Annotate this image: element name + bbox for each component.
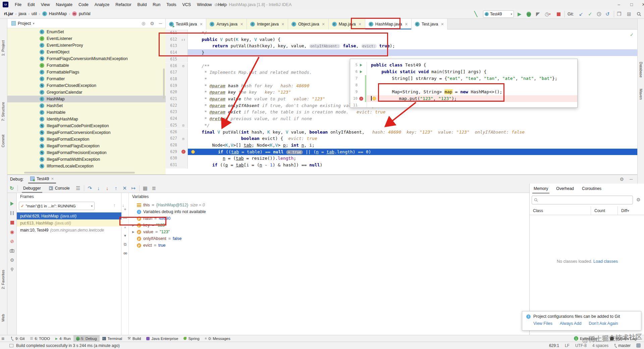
run-configuration-select[interactable]: C Test49 ▾ bbox=[483, 10, 514, 18]
gutter[interactable] bbox=[179, 109, 188, 115]
gutter[interactable] bbox=[179, 129, 188, 136]
run-anything-button[interactable]: ⊞ bbox=[627, 10, 631, 18]
gutter[interactable] bbox=[179, 155, 188, 162]
tree-item-gregoriancalendar[interactable]: CGregorianCalendar bbox=[7, 89, 166, 96]
settings-lines-icon[interactable]: ≣ bbox=[150, 185, 158, 191]
frame-row[interactable]: put:613, HashMap(java.util) bbox=[17, 219, 121, 227]
gutter[interactable] bbox=[179, 115, 188, 122]
commit-button[interactable]: ✓ bbox=[588, 10, 592, 18]
gutter[interactable] bbox=[179, 96, 188, 102]
breadcrumb-item[interactable]: java bbox=[18, 11, 26, 16]
breadcrumb-item[interactable]: util bbox=[32, 11, 37, 16]
tree-item-identityhashmap[interactable]: CIdentityHashMap bbox=[7, 116, 166, 122]
gutter[interactable]: ⊟ bbox=[179, 135, 188, 142]
tree-hscrollbar[interactable] bbox=[24, 172, 135, 173]
gutter[interactable] bbox=[179, 142, 188, 149]
toolwindow-mybatis-log[interactable]: MyBatis Log bbox=[607, 335, 639, 342]
toolwindow-switcher-icon[interactable]: ▦ bbox=[1, 337, 6, 340]
stripe-item-commit[interactable]: Commit bbox=[1, 135, 5, 147]
close-icon[interactable]: ✕ bbox=[51, 177, 54, 181]
toolwindow-event-log[interactable]: 1Event Log bbox=[571, 335, 600, 342]
gutter[interactable]: ⊟ bbox=[179, 63, 188, 69]
profiler-button[interactable]: ◷▾ bbox=[545, 10, 551, 18]
tab-test49.java[interactable]: CTest49.java✕ bbox=[166, 19, 206, 30]
debug-session-tab[interactable]: Test49 ✕ bbox=[28, 175, 56, 184]
close-icon[interactable]: ✕ bbox=[281, 22, 284, 27]
breadcrumb-item[interactable]: HashMap bbox=[49, 11, 67, 16]
gutter[interactable] bbox=[179, 102, 188, 109]
menu-item-edit[interactable]: Edit bbox=[24, 0, 38, 9]
project-panel-header[interactable]: Project ▾ ◎ ⚙ ─ bbox=[7, 19, 165, 28]
toolwindow-spring[interactable]: Spring bbox=[181, 335, 202, 342]
add-watch-button[interactable]: + bbox=[123, 207, 127, 212]
gear-icon[interactable]: ⚙ bbox=[620, 177, 624, 182]
notification-action-always-add[interactable]: Always Add bbox=[560, 321, 582, 326]
menu-item-view[interactable]: View bbox=[38, 0, 53, 9]
variable-row-onlyIfAbsent[interactable]: ponlyIfAbsent = false bbox=[129, 235, 529, 242]
load-classes-link[interactable]: Load classes bbox=[593, 259, 618, 264]
tree-item-illegalformatprecisionexception[interactable]: ↯IllegalFormatPrecisionException bbox=[7, 149, 166, 156]
pin-button[interactable] bbox=[9, 267, 15, 272]
tree-item-illformedlocaleexception[interactable]: ↯IllformedLocaleException bbox=[7, 163, 166, 169]
tab-coroutines[interactable]: Coroutines bbox=[578, 184, 605, 194]
view-breakpoints-button[interactable]: ◉ bbox=[9, 229, 15, 235]
status-caret-position[interactable]: 629:1 bbox=[549, 343, 559, 348]
view-as-table-icon[interactable]: ▦ bbox=[141, 185, 150, 191]
locate-file-icon[interactable]: ◎ bbox=[142, 21, 145, 26]
tree-item-hashtable[interactable]: CHashtable bbox=[7, 109, 166, 116]
tree-item-formatter[interactable]: CFormatter bbox=[7, 76, 166, 82]
close-icon[interactable]: ✕ bbox=[240, 22, 243, 27]
gutter[interactable] bbox=[179, 162, 188, 168]
notification-action-view-files[interactable]: View Files bbox=[533, 321, 552, 326]
toolwindow-0-messages[interactable]: ≡0: Messages bbox=[202, 335, 233, 342]
frame-row[interactable]: main:10, Test49(com.ningxuan.demo.leetco… bbox=[17, 227, 121, 234]
tree-item-hashset[interactable]: CHashSet bbox=[7, 102, 166, 109]
step-over-button[interactable]: ↷ bbox=[86, 185, 94, 191]
gutter[interactable]: ⊟ bbox=[179, 122, 188, 129]
status-line-ending[interactable]: LF bbox=[565, 343, 570, 348]
variable-row-evict[interactable]: pevict = true bbox=[129, 242, 529, 249]
tree-item-eventobject[interactable]: CEventObject bbox=[7, 49, 166, 55]
tree-item-illegalformatwidthexception[interactable]: ↯IllegalFormatWidthException bbox=[7, 156, 166, 163]
tree-item-formatflagsconversionmismatchexception[interactable]: ↯FormatFlagsConversionMismatchException bbox=[7, 55, 166, 62]
gutter[interactable] bbox=[179, 83, 188, 89]
diff-windows-button[interactable]: ❐ bbox=[617, 10, 621, 18]
expand-arrow-icon[interactable]: ▶ bbox=[132, 230, 135, 234]
copy-button[interactable]: ⧉ bbox=[123, 242, 127, 247]
gutter[interactable]: ↥↧ bbox=[179, 36, 188, 43]
tree-item-illegalformatconversionexception[interactable]: ↯IllegalFormatConversionException bbox=[7, 129, 166, 136]
tree-item-illegalformatexception[interactable]: ↯IllegalFormatException bbox=[7, 136, 166, 143]
variable-row[interactable]: iVariables debug info not available bbox=[129, 208, 529, 215]
mute-breakpoints-button[interactable]: ⊘ bbox=[9, 239, 15, 244]
pause-button[interactable] bbox=[9, 210, 15, 216]
status-git-branch[interactable]: master bbox=[614, 343, 631, 348]
hector-icon[interactable] bbox=[636, 343, 641, 348]
expand-arrow-icon[interactable]: ▶ bbox=[132, 223, 135, 227]
prev-frame-icon[interactable]: ↑ bbox=[113, 203, 115, 208]
tree-item-eventlistener[interactable]: IEventListener bbox=[7, 35, 166, 42]
toolwindow-6-todo[interactable]: ☰6: TODO bbox=[27, 335, 53, 342]
toolwindow-4-run[interactable]: ▶4: Run bbox=[53, 335, 73, 342]
run-line-icon[interactable] bbox=[359, 68, 364, 75]
column-header-diff[interactable]: Diff ▾ bbox=[618, 206, 644, 215]
close-button[interactable]: ✕ bbox=[638, 0, 644, 9]
drop-frame-button[interactable]: ✕ bbox=[120, 185, 129, 191]
breakpoint-icon[interactable]: ✓ bbox=[359, 97, 363, 101]
minimize-button[interactable]: – bbox=[613, 0, 625, 9]
menu-item-tools[interactable]: Tools bbox=[163, 0, 179, 9]
toolwindow-java-enterprise[interactable]: Java Enterprise bbox=[144, 335, 181, 342]
status-event-icon[interactable] bbox=[9, 344, 13, 347]
breakpoint-icon[interactable]: ✓ bbox=[181, 150, 185, 154]
tree-item-formatterclosedexception[interactable]: ↯FormatterClosedException bbox=[7, 82, 166, 89]
show-watches-button[interactable]: oo bbox=[123, 251, 127, 255]
build-pickaxe-icon[interactable]: ╲ bbox=[474, 10, 477, 18]
tab-memory[interactable]: Memory bbox=[530, 184, 552, 194]
stripe-item-project[interactable]: 1: Project bbox=[1, 40, 5, 56]
tab-overhead[interactable]: Overhead bbox=[552, 184, 578, 194]
tree-item-formattableflags[interactable]: CFormattableFlags bbox=[7, 69, 166, 76]
toolwindow-5-debug[interactable]: 5: Debug bbox=[73, 335, 100, 342]
stripe-item-favorites[interactable]: 2: Favorites bbox=[1, 270, 5, 289]
toolwindow-build[interactable]: ⚒Build bbox=[125, 335, 144, 342]
close-icon[interactable]: ✕ bbox=[405, 22, 408, 27]
history-button[interactable] bbox=[597, 10, 601, 18]
